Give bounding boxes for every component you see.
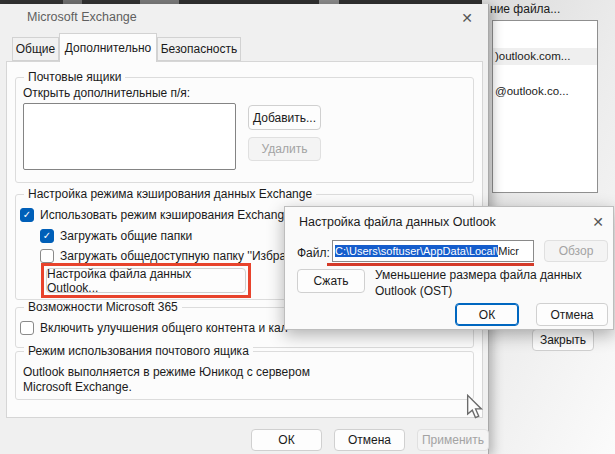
ok-button[interactable]: ОК	[251, 429, 322, 451]
shared-content-improvements-checkbox[interactable]: Включить улучшения общего контента и кал	[20, 321, 288, 335]
add-button[interactable]: Добавить...	[248, 105, 321, 130]
browse-button: Обзор	[544, 240, 608, 262]
checkbox-checked-icon[interactable]: ✓	[20, 208, 34, 222]
delete-button: Удалить	[248, 137, 321, 161]
use-cached-mode-checkbox[interactable]: ✓ Использовать режим кэширования Exchang…	[20, 208, 291, 222]
list-item[interactable]: )outlook.com...	[493, 48, 597, 65]
file-path-input[interactable]: C:\Users\softuser\AppData\Local\Micr	[332, 240, 534, 262]
group-legend: Возможности Microsoft 365	[24, 300, 182, 314]
group-legend: Настройка режима кэширования данных Exch…	[24, 187, 316, 201]
checkbox-label: Использовать режим кэширования Exchange	[40, 208, 291, 222]
group-legend: Режим использования почтового ящика	[24, 344, 253, 358]
checkbox-checked-icon[interactable]: ✓	[40, 229, 54, 243]
list-item[interactable]: @outlook.co...	[493, 83, 597, 100]
close-icon[interactable]: ✕	[585, 211, 611, 233]
ok-button[interactable]: ОК	[455, 303, 519, 326]
open-mailboxes-label: Открыть дополнительные п/я:	[23, 86, 190, 100]
mouse-cursor-icon	[466, 394, 483, 420]
download-public-folder-checkbox[interactable]: Загружать общедоступную папку ''Избран	[40, 249, 293, 263]
mailbox-mode-line1: Outlook выполняется в режиме Юникод с се…	[23, 365, 310, 380]
background-window-title-fragment: ние файла...	[490, 2, 560, 16]
path-tail-text: Micr	[498, 245, 519, 257]
dialog-title: Настройка файла данных Outlook	[299, 215, 496, 229]
compact-description-line1: Уменьшение размера файла данных	[375, 267, 610, 283]
accounts-listbox[interactable]: )outlook.com... @outlook.co...	[492, 20, 598, 193]
checkbox-label: Загружать общедоступную папку ''Избран	[60, 249, 293, 263]
download-shared-folders-checkbox[interactable]: ✓ Загружать общие папки	[40, 229, 192, 243]
mailboxes-listbox[interactable]	[23, 103, 236, 170]
screen: ние файла... )outlook.com... @outlook.co…	[0, 0, 615, 454]
tab-security[interactable]: Безопасность	[157, 37, 241, 61]
red-annotation-underline	[327, 263, 534, 266]
close-window-button[interactable]: Закрыть	[532, 329, 594, 351]
group-legend: Почтовые ящики	[24, 70, 125, 84]
close-icon[interactable]: ✕	[452, 6, 482, 30]
ost-dialog: Настройка файла данных Outlook ✕ Файл: C…	[284, 206, 614, 330]
cancel-button[interactable]: Отмена	[334, 429, 405, 451]
compact-description: Уменьшение размера файла данных Outlook …	[375, 267, 610, 299]
checkbox-unchecked-icon[interactable]	[20, 321, 34, 335]
cancel-button[interactable]: Отмена	[536, 303, 608, 326]
red-annotation-rectangle	[41, 263, 251, 298]
checkbox-label: Загружать общие папки	[60, 229, 192, 243]
dialog-title: Microsoft Exchange	[27, 10, 137, 24]
compact-description-line2: Outlook (OST)	[375, 283, 610, 299]
selected-path-text: C:\Users\softuser\AppData\Local\	[335, 245, 498, 257]
tab-advanced[interactable]: Дополнительно	[59, 33, 157, 62]
checkbox-unchecked-icon[interactable]	[40, 249, 54, 263]
file-label: Файл:	[297, 246, 330, 260]
checkbox-label: Включить улучшения общего контента и кал	[40, 321, 288, 335]
tab-general[interactable]: Общие	[12, 37, 59, 61]
apply-button: Применить	[417, 429, 489, 451]
mailbox-mode-text: Outlook выполняется в режиме Юникод с се…	[23, 365, 310, 395]
mailbox-mode-line2: Microsoft Exchange.	[23, 380, 310, 395]
compact-button[interactable]: Сжать	[297, 269, 365, 293]
